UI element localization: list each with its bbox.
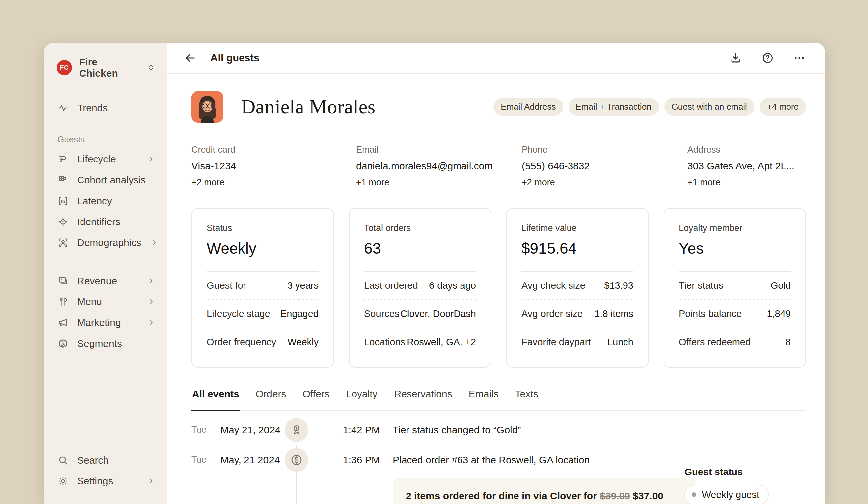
card-row: Favorite daypartLunch bbox=[521, 327, 633, 356]
sidebar-nav: Trends Guests Lifecycle Cohort analysis bbox=[54, 98, 159, 491]
gear-icon bbox=[57, 475, 69, 487]
contact-label: Phone bbox=[522, 144, 688, 155]
stat-cards: Status Weekly Guest for3 years Lifecycle… bbox=[192, 208, 806, 368]
tab-emails[interactable]: Emails bbox=[468, 388, 499, 410]
order-summary: 2 items ordered for dine in via Clover f… bbox=[406, 491, 682, 502]
tab-orders[interactable]: Orders bbox=[255, 388, 287, 410]
sidebar-item-label: Cohort analysis bbox=[77, 174, 146, 186]
guest-status-block: Guest status Weekly guest bbox=[684, 466, 768, 504]
order-summary-text: 2 items ordered for dine in via Clover f… bbox=[406, 491, 597, 501]
sidebar-item-label: Segments bbox=[77, 338, 122, 349]
marketing-megaphone-icon bbox=[57, 317, 69, 328]
contact-credit-card: Credit card Visa-1234 +2 more bbox=[192, 144, 356, 189]
guest-profile-content: Daniela Morales Email Address Email + Tr… bbox=[167, 74, 825, 504]
sidebar-item-label: Trends bbox=[77, 102, 108, 114]
award-icon bbox=[285, 418, 308, 442]
more-link[interactable]: +2 more bbox=[522, 178, 555, 189]
row-value: Gold bbox=[771, 280, 791, 291]
tag-pill[interactable]: Email Address bbox=[493, 98, 563, 116]
card-title: Lifetime value bbox=[521, 223, 633, 233]
row-value: 3 years bbox=[287, 280, 319, 291]
row-value: 8 bbox=[786, 336, 791, 347]
sidebar-item-cohort-analysis[interactable]: Cohort analysis bbox=[54, 170, 159, 190]
guest-tags: Email Address Email + Transaction Guest … bbox=[493, 98, 806, 116]
more-link[interactable]: +2 more bbox=[192, 178, 225, 189]
event-timeline: Tue May 21, 2024 1:42 PM Tier status cha… bbox=[192, 411, 806, 504]
menu-fork-knife-icon bbox=[57, 296, 69, 308]
more-link[interactable]: +1 more bbox=[356, 178, 389, 189]
row-value: Engaged bbox=[280, 309, 319, 319]
download-button[interactable] bbox=[730, 52, 742, 64]
sidebar-item-marketing[interactable]: Marketing bbox=[54, 312, 159, 333]
event-tabs: All events Orders Offers Loyalty Reserva… bbox=[192, 388, 806, 411]
org-name: Fire Chicken bbox=[79, 57, 139, 79]
event-day: Tue bbox=[192, 425, 220, 435]
sidebar-item-segments[interactable]: Segments bbox=[54, 333, 159, 354]
profile-header: Daniela Morales Email Address Email + Tr… bbox=[192, 91, 806, 123]
sidebar-item-search[interactable]: Search bbox=[54, 450, 159, 471]
row-label: Tier status bbox=[679, 280, 723, 291]
contact-label: Address bbox=[688, 144, 806, 155]
contact-label: Email bbox=[356, 144, 522, 155]
card-value: $915.64 bbox=[521, 239, 633, 257]
page-title: All guests bbox=[210, 52, 259, 64]
contact-value: 303 Gates Ave, Apt 2L... bbox=[688, 161, 806, 172]
row-value: 6 days ago bbox=[429, 280, 476, 291]
card-row: Last ordered6 days ago bbox=[364, 272, 476, 300]
guest-status-value: Weekly guest bbox=[702, 490, 760, 500]
sidebar-footer: Search Settings bbox=[54, 450, 159, 491]
org-switcher[interactable]: FC Fire Chicken bbox=[54, 54, 159, 81]
sidebar-item-revenue[interactable]: Revenue bbox=[54, 270, 159, 291]
stat-card-lifetime-value: Lifetime value $915.64 Avg check size$13… bbox=[506, 208, 649, 368]
tab-texts[interactable]: Texts bbox=[515, 388, 539, 410]
sidebar-item-label: Marketing bbox=[77, 317, 121, 328]
row-label: Avg check size bbox=[521, 280, 586, 291]
row-label: Points balance bbox=[679, 309, 742, 319]
contact-info-row: Credit card Visa-1234 +2 more Email dani… bbox=[192, 144, 806, 189]
card-row: Offers redeemed8 bbox=[679, 327, 791, 356]
tab-offers[interactable]: Offers bbox=[302, 388, 330, 410]
tab-all-events[interactable]: All events bbox=[192, 388, 240, 411]
status-dot-icon bbox=[692, 492, 696, 497]
row-label: Lifecycle stage bbox=[207, 309, 270, 319]
tab-loyalty[interactable]: Loyalty bbox=[345, 388, 378, 410]
order-detail-card: 2 items ordered for dine in via Clover f… bbox=[393, 478, 696, 504]
card-value: 63 bbox=[364, 239, 476, 257]
chevron-right-icon bbox=[147, 276, 155, 285]
tag-more-pill[interactable]: +4 more bbox=[760, 98, 806, 116]
card-row: Avg check size$13.93 bbox=[521, 272, 633, 300]
row-label: Favorite daypart bbox=[521, 336, 591, 347]
demographics-icon bbox=[57, 237, 69, 248]
back-button[interactable] bbox=[184, 52, 196, 64]
card-row: Order frequencyWeekly bbox=[207, 327, 319, 356]
event-time: 1:36 PM bbox=[343, 454, 393, 465]
dollar-icon bbox=[285, 448, 308, 472]
stat-card-total-orders: Total orders 63 Last ordered6 days ago S… bbox=[349, 208, 491, 368]
row-value: $13.93 bbox=[604, 280, 633, 291]
sidebar-item-trends[interactable]: Trends bbox=[54, 98, 159, 118]
more-link[interactable]: +1 more bbox=[688, 178, 721, 189]
chevron-right-icon bbox=[150, 239, 158, 247]
order-original-price: $39.00 bbox=[600, 491, 630, 501]
row-label: Offers redeemed bbox=[679, 336, 751, 347]
tag-pill[interactable]: Email + Transaction bbox=[569, 98, 659, 116]
sidebar-item-lifecycle[interactable]: Lifecycle bbox=[54, 149, 159, 170]
topbar: All guests bbox=[167, 43, 825, 74]
segments-pie-icon bbox=[57, 338, 69, 349]
sidebar-item-menu[interactable]: Menu bbox=[54, 291, 159, 312]
app-window: FC Fire Chicken Trends Guests Lifecycle bbox=[44, 43, 825, 504]
help-button[interactable] bbox=[761, 52, 774, 64]
guest-name: Daniela Morales bbox=[241, 95, 376, 118]
tag-pill[interactable]: Guest with an email bbox=[664, 98, 754, 116]
avatar bbox=[192, 91, 223, 123]
sidebar-item-label: Settings bbox=[77, 475, 113, 487]
tab-reservations[interactable]: Reservations bbox=[394, 388, 453, 410]
sidebar-item-identifiers[interactable]: Identifiers bbox=[54, 211, 159, 232]
event-day: Tue bbox=[192, 455, 220, 465]
event-text: Tier status changed to “Gold” bbox=[393, 424, 521, 436]
more-options-button[interactable] bbox=[793, 52, 806, 64]
sidebar-item-settings[interactable]: Settings bbox=[54, 471, 159, 491]
card-title: Status bbox=[207, 223, 319, 233]
sidebar-item-demographics[interactable]: Demographics bbox=[54, 232, 159, 253]
sidebar-item-latency[interactable]: Latency bbox=[54, 190, 159, 211]
